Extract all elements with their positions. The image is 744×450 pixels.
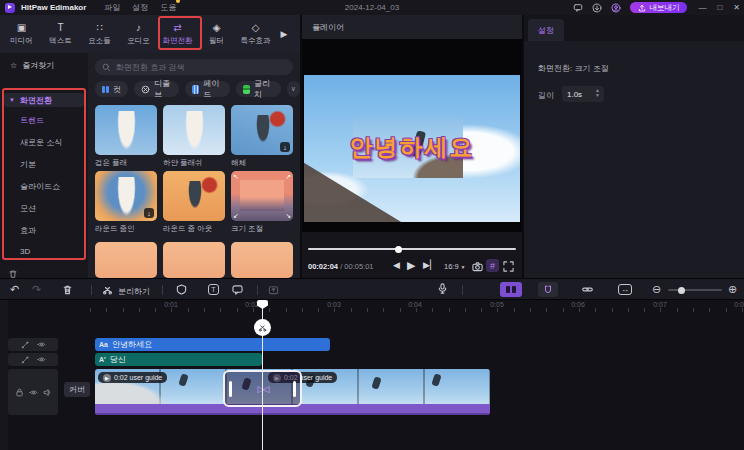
record-mic-icon[interactable] [437, 283, 448, 294]
transition-card-white-flash[interactable]: 하얀 플래쉬 [163, 105, 225, 168]
scissors-icon[interactable] [102, 284, 113, 295]
sidebar-favorites[interactable]: ☆즐겨찾기 [10, 60, 54, 71]
player-header: 플레이어 [302, 15, 522, 39]
maximize-button[interactable]: □ [717, 3, 722, 12]
eye-icon[interactable] [37, 340, 46, 349]
cover-button[interactable]: 커버 [64, 382, 90, 397]
chip-glitch[interactable]: 글리치 [236, 81, 281, 97]
sidebar-item-3d[interactable]: 3D [20, 247, 30, 256]
star-icon: ☆ [10, 61, 17, 70]
tab-settings[interactable]: 설정 [528, 19, 564, 41]
export-button[interactable]: 내보내기 [630, 2, 687, 13]
split-label[interactable]: 분리하기 [118, 286, 150, 297]
feedback-icon[interactable] [573, 3, 583, 13]
grid-icon[interactable]: # [486, 259, 499, 272]
text-clip-2[interactable]: A′ 당신 [95, 353, 262, 366]
chip-fade[interactable]: 페이드 [185, 81, 230, 97]
download-badge-icon: ↓ [280, 142, 290, 152]
aspect-ratio-select[interactable]: 16:9▼ [444, 262, 466, 271]
text-tool-icon[interactable]: T [208, 284, 219, 295]
chip-cut[interactable]: 컷 [95, 81, 128, 97]
chip-dissolve[interactable]: 디졸브 [134, 81, 179, 97]
download-icon[interactable] [592, 3, 602, 13]
text-icon: T [57, 23, 63, 34]
tab-effects[interactable]: ◇특수효과 [236, 23, 275, 46]
timeline-zoom-slider[interactable] [668, 289, 722, 291]
notification-dot [176, 0, 180, 3]
link-icon[interactable] [582, 284, 593, 295]
transition-thumbnail-partial[interactable] [95, 242, 157, 278]
tab-media[interactable]: ▣미디어 [2, 23, 41, 46]
zoom-slider-knob[interactable] [678, 287, 685, 294]
transition-right-handle[interactable] [293, 381, 296, 397]
sticker-icon[interactable] [232, 284, 243, 295]
link-icon[interactable] [21, 356, 29, 364]
redo-icon[interactable]: ↷ [32, 283, 41, 296]
progress-knob[interactable] [395, 246, 402, 253]
transition-card-dissolve[interactable]: ↓ 해체 [231, 105, 293, 168]
link-icon[interactable] [21, 341, 29, 349]
duration-stepper[interactable]: 1.0s ▲▼ [562, 86, 604, 102]
arrow-down-left-icon: ↙ [233, 212, 239, 219]
titlebar: HitPaw Edimakor 파일 설정 도움 2024-12-04_03 내… [0, 0, 744, 15]
magnet-icon[interactable] [538, 282, 558, 297]
menu-settings[interactable]: 설정 [132, 2, 148, 13]
snapshot-icon[interactable] [472, 261, 483, 272]
chips-expand-icon[interactable]: ∨ [287, 81, 300, 97]
tab-text[interactable]: T텍스트 [41, 23, 80, 46]
eye-icon[interactable] [37, 355, 46, 364]
close-button[interactable]: ✕ [733, 3, 740, 12]
menu-help[interactable]: 도움 [160, 2, 176, 13]
sidebar-item-basic[interactable]: 기본 [20, 159, 36, 170]
sidebar-item-motion[interactable]: 모션 [20, 203, 36, 214]
speaker-icon[interactable] [43, 388, 52, 397]
transition-thumbnail-partial[interactable] [231, 242, 293, 278]
search-input[interactable] [116, 63, 276, 72]
transition-card-resize[interactable]: ↖ ↗ ↙ ↘ 크기 조절 [231, 171, 293, 234]
menu-file[interactable]: 파일 [104, 2, 120, 13]
trash-icon[interactable] [62, 284, 73, 295]
play-icon[interactable]: ▶ [407, 259, 415, 272]
transition-thumbnail-partial[interactable] [163, 242, 225, 278]
tab-filter[interactable]: ◈필터 [197, 23, 236, 46]
mask-icon[interactable] [176, 284, 187, 295]
glitch-icon [243, 85, 250, 94]
text-clip-1[interactable]: Aa 안녕하세요 [95, 338, 330, 351]
tab-audio[interactable]: ♪오디오 [119, 23, 158, 46]
ripple-edit-icon[interactable] [500, 282, 522, 297]
sidebar-item-new[interactable]: 새로운 소식 [20, 137, 62, 148]
more-tabs-arrow-icon[interactable]: ▶ [275, 29, 293, 39]
video-preview[interactable]: 안녕하세요 [302, 39, 522, 232]
transition-card-round-zoom-out[interactable]: 라운드 줌 아웃 [163, 171, 225, 234]
sidebar-item-effect[interactable]: 효과 [20, 225, 36, 236]
transition-thumbnail: ↖ ↗ ↙ ↘ [231, 171, 293, 221]
transition-card-round-zoom-in[interactable]: ↓ 라운드 줌인 [95, 171, 157, 234]
sidebar-item-trend[interactable]: 트렌드 [20, 115, 44, 126]
transition-left-handle[interactable] [229, 381, 232, 397]
search-bar[interactable] [95, 59, 293, 75]
project-title: 2024-12-04_03 [345, 3, 399, 12]
zoom-out-icon[interactable]: ⊖ [652, 283, 661, 296]
playhead-split-handle[interactable] [254, 319, 271, 336]
sidebar-group-transitions[interactable]: ▼화면전환 [4, 93, 84, 107]
timeline-ruler[interactable]: 0:01 0:02 0:03 0:04 0:05 0:06 0:07 0:08 [90, 300, 744, 312]
tab-elements[interactable]: ∷요소들 [80, 23, 119, 46]
undo-icon[interactable]: ↶ [10, 283, 19, 296]
account-icon[interactable] [611, 3, 621, 13]
minimize-button[interactable]: — [698, 3, 706, 12]
lock-icon[interactable] [15, 388, 24, 397]
arrow-up-left-icon: ↖ [233, 173, 239, 180]
next-frame-icon[interactable]: ▶▏ [423, 260, 437, 270]
zoom-in-icon[interactable]: ⊕ [728, 283, 737, 296]
tab-transitions[interactable]: ⇄화면전환 [158, 23, 197, 46]
fit-timeline-icon[interactable]: ↔ [618, 284, 632, 295]
eye-icon[interactable] [29, 388, 38, 397]
prev-frame-icon[interactable]: ◀ [393, 260, 400, 270]
player-progress-bar[interactable] [308, 248, 516, 250]
main-tabbar: ▣미디어 T텍스트 ∷요소들 ♪오디오 ⇄화면전환 ◈필터 ◇특수효과 ▶ [0, 15, 300, 53]
fullscreen-icon[interactable] [503, 261, 514, 272]
upload-box-icon[interactable] [268, 284, 279, 295]
stepper-arrows[interactable]: ▲▼ [595, 88, 600, 98]
sidebar-item-slideshow[interactable]: 슬라이드쇼 [20, 181, 60, 192]
transition-card-black-flash[interactable]: 검은 플래 [95, 105, 157, 168]
